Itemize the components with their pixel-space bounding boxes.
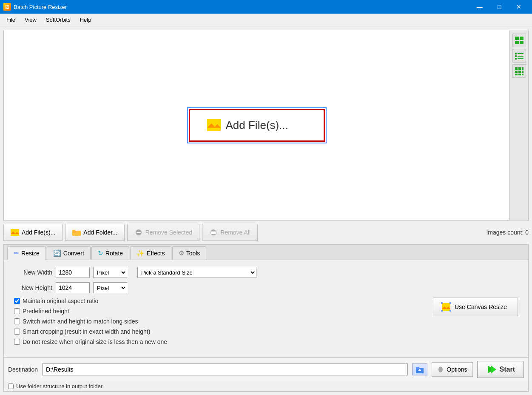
start-label: Start — [500, 366, 515, 373]
app-icon: 🖼 — [3, 3, 11, 11]
remove-all-button[interactable]: Remove All — [202, 224, 258, 241]
smart-cropping-label: Smart cropping (result in exact width an… — [23, 328, 150, 335]
svg-rect-29 — [137, 232, 141, 233]
switch-width-height-checkbox[interactable] — [14, 318, 20, 324]
svg-rect-44 — [419, 370, 420, 371]
resize-options: Maintain original aspect ratio Predefine… — [14, 298, 518, 349]
destination-path-input[interactable] — [42, 364, 408, 375]
view-grid-button[interactable] — [512, 64, 526, 78]
view-thumbnails-button[interactable] — [512, 34, 526, 47]
bottom-panel: ✏ Resize 🔄 Convert ↻ Rotate ✨ Effects ⚙ … — [3, 244, 529, 392]
svg-rect-40 — [449, 310, 451, 312]
remove-all-icon — [209, 229, 218, 236]
menu-softorbits[interactable]: SoftOrbits — [41, 14, 75, 25]
svg-rect-9 — [515, 55, 517, 57]
options-label: Options — [447, 366, 467, 373]
remove-selected-icon — [134, 229, 143, 236]
svg-rect-39 — [441, 310, 443, 312]
smart-cropping-row: Smart cropping (result in exact width an… — [14, 328, 418, 335]
predefined-height-checkbox[interactable] — [14, 308, 20, 314]
menu-help[interactable]: Help — [75, 14, 96, 25]
app-title: Batch Picture Resizer — [14, 4, 67, 10]
destination-bar: Destination Options — [4, 357, 528, 381]
svg-rect-0 — [207, 119, 221, 131]
new-width-input[interactable] — [56, 267, 90, 278]
add-folder-button[interactable]: Add Folder... — [65, 224, 124, 241]
tab-resize[interactable]: ✏ Resize — [7, 246, 46, 260]
maintain-aspect-ratio-row: Maintain original aspect ratio — [14, 298, 418, 304]
svg-rect-37 — [441, 302, 443, 304]
start-button[interactable]: Start — [477, 361, 524, 378]
start-icon — [486, 365, 496, 374]
svg-rect-18 — [522, 71, 523, 73]
svg-rect-3 — [515, 37, 519, 40]
menu-file[interactable]: File — [2, 14, 20, 25]
new-width-row: New Width Pixel Percent cm inch Pick a S… — [14, 267, 518, 278]
new-width-label: New Width — [14, 269, 52, 276]
image-drop-area[interactable]: Add File(s)... — [4, 30, 509, 220]
image-panel: Add File(s)... — [3, 30, 529, 220]
tools-tab-icon: ⚙ — [179, 249, 184, 257]
tab-rotate-label: Rotate — [105, 250, 123, 257]
remove-selected-label: Remove Selected — [145, 229, 193, 236]
add-files-big-button[interactable]: Add File(s)... — [189, 109, 325, 142]
tab-rotate[interactable]: ↻ Rotate — [91, 246, 129, 260]
tab-tools-label: Tools — [186, 250, 200, 257]
use-folder-structure-checkbox[interactable] — [8, 384, 14, 389]
destination-label: Destination — [8, 366, 38, 373]
svg-rect-7 — [515, 53, 517, 54]
predefined-height-row: Predefined height — [14, 308, 418, 315]
canvas-resize-label: Use Canvas Resize — [455, 303, 507, 310]
tab-convert[interactable]: 🔄 Convert — [47, 246, 91, 260]
switch-width-height-row: Switch width and height to match long si… — [14, 318, 418, 325]
add-files-icon — [11, 229, 19, 236]
tab-convert-label: Convert — [63, 250, 84, 257]
add-files-big-label: Add File(s)... — [226, 119, 288, 132]
view-list-button[interactable] — [512, 49, 526, 63]
view-buttons — [509, 30, 528, 220]
svg-rect-13 — [515, 67, 518, 70]
resize-tab-content: New Width Pixel Percent cm inch Pick a S… — [4, 260, 528, 357]
minimize-button[interactable]: — — [470, 0, 489, 14]
options-button[interactable]: Options — [432, 362, 472, 377]
tab-resize-label: Resize — [21, 250, 40, 257]
do-not-resize-checkbox[interactable] — [14, 339, 20, 345]
standard-size-select[interactable]: Pick a Standard Size — [137, 267, 256, 278]
svg-point-2 — [216, 120, 219, 124]
gear-icon — [437, 366, 444, 373]
remove-selected-button[interactable]: Remove Selected — [127, 224, 200, 241]
predefined-height-label: Predefined height — [23, 308, 69, 315]
add-folder-label: Add Folder... — [83, 229, 117, 236]
new-width-unit-select[interactable]: Pixel Percent cm inch — [93, 267, 127, 278]
svg-rect-10 — [518, 56, 523, 57]
svg-rect-33 — [211, 233, 216, 234]
svg-rect-8 — [518, 53, 523, 54]
svg-rect-20 — [518, 74, 521, 75]
convert-tab-icon: 🔄 — [53, 249, 61, 257]
maximize-button[interactable]: □ — [489, 0, 509, 14]
destination-browse-button[interactable] — [412, 364, 427, 375]
svg-rect-5 — [515, 41, 519, 44]
close-button[interactable]: ✕ — [509, 0, 529, 14]
svg-rect-12 — [518, 58, 523, 59]
tab-effects[interactable]: ✨ Effects — [130, 246, 171, 260]
menubar: File View SoftOrbits Help — [0, 14, 532, 26]
svg-rect-32 — [211, 231, 216, 232]
new-height-input[interactable] — [56, 282, 90, 293]
tab-tools[interactable]: ⚙ Tools — [172, 246, 207, 260]
svg-rect-4 — [520, 37, 523, 40]
tab-effects-label: Effects — [147, 250, 165, 257]
add-files-button[interactable]: Add File(s)... — [3, 224, 63, 241]
maintain-aspect-ratio-checkbox[interactable] — [14, 298, 20, 304]
smart-cropping-checkbox[interactable] — [14, 329, 20, 335]
canvas-col: Use Canvas Resize — [426, 298, 518, 349]
do-not-resize-row: Do not resize when original size is less… — [14, 338, 418, 345]
canvas-resize-button[interactable]: Use Canvas Resize — [433, 298, 518, 316]
rotate-tab-icon: ↻ — [98, 249, 103, 257]
add-files-big-icon — [207, 119, 221, 131]
menu-view[interactable]: View — [20, 14, 41, 25]
tabs: ✏ Resize 🔄 Convert ↻ Rotate ✨ Effects ⚙ … — [4, 245, 528, 260]
svg-rect-14 — [518, 67, 521, 70]
svg-rect-42 — [416, 367, 419, 369]
new-height-unit-select[interactable]: Pixel Percent cm inch — [93, 282, 127, 293]
